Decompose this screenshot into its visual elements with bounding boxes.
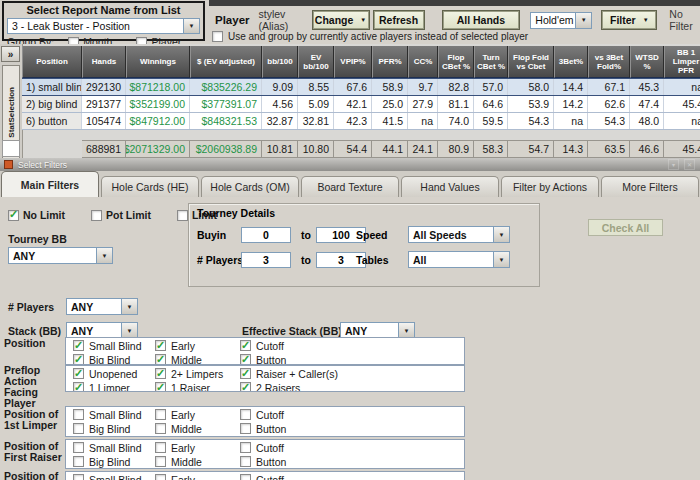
stat-selection-label: StatSelection: [7, 87, 16, 138]
chevron-down-icon[interactable]: ▼: [183, 19, 199, 33]
raiser-caller-s-checkbox[interactable]: Raiser + Caller(s): [240, 367, 464, 380]
pot-limit-checkbox[interactable]: Pot Limit: [91, 209, 151, 221]
no-limit-label: No Limit: [23, 209, 65, 221]
column-header-pfr[interactable]: PFR%: [372, 46, 408, 78]
checkbox-row: Big BlindMiddleButton: [66, 421, 464, 435]
2-limpers-checkbox[interactable]: 2+ Limpers: [155, 367, 240, 380]
button-checkbox[interactable]: Button: [240, 455, 464, 468]
big-blind-checkbox[interactable]: Big Blind: [73, 353, 155, 365]
early-label: Early: [171, 474, 195, 480]
column-header-turn-cbet[interactable]: Turn CBet %: [474, 46, 508, 78]
column-header-winnings[interactable]: Winnings: [126, 46, 190, 78]
table-row[interactable]: 6) button105474$847912.00$848321.5332.87…: [22, 113, 700, 130]
chevron-down-icon[interactable]: ▼: [398, 323, 414, 338]
cutoff-checkbox[interactable]: Cutoff: [240, 339, 464, 352]
expand-columns-button[interactable]: »: [1, 46, 20, 62]
tab-filter-by-actions[interactable]: Filter by Actions: [501, 176, 599, 197]
filter-button[interactable]: Filter▼: [601, 10, 657, 30]
1-limper-checkbox[interactable]: 1 Limper: [73, 381, 155, 392]
game-type-dropdown[interactable]: Hold'em ▼: [530, 12, 592, 29]
big-blind-checkbox[interactable]: Big Blind: [73, 455, 155, 468]
small-blind-checkbox[interactable]: Small Blind: [73, 339, 155, 352]
chevron-down-icon[interactable]: ▼: [121, 323, 137, 338]
check-all-button[interactable]: Check All: [588, 219, 663, 236]
cutoff-checkbox[interactable]: Cutoff: [240, 441, 464, 454]
report-name-dropdown[interactable]: 3 - Leak Buster - Position ▼: [7, 18, 200, 34]
stats-table-area: » StatSelection PositionHandsWinnings$ (…: [0, 44, 700, 158]
column-header-flop-fold-vs-cbet[interactable]: Flop Fold vs Cbet: [508, 46, 554, 78]
close-icon[interactable]: ✕: [684, 159, 695, 170]
use-active-players-row[interactable]: Use and group by currently active player…: [212, 31, 528, 42]
column-header-wtsd[interactable]: WTSD %: [630, 46, 664, 78]
cutoff-checkbox[interactable]: Cutoff: [240, 408, 464, 421]
small-blind-checkbox[interactable]: Small Blind: [73, 408, 155, 421]
early-checkbox[interactable]: Early: [155, 408, 240, 421]
middle-checkbox[interactable]: Middle: [155, 422, 240, 435]
refresh-button[interactable]: Refresh: [373, 10, 425, 30]
tab-board-texture[interactable]: Board Texture: [301, 176, 399, 197]
filters-window-titlebar[interactable]: Select Filters ▾ ✕: [0, 158, 700, 171]
column-header-ev-adjusted[interactable]: $ (EV adjusted): [190, 46, 262, 78]
early-checkbox[interactable]: Early: [155, 473, 240, 480]
stack-bb-label: Stack (BB): [8, 325, 61, 337]
chevron-down-icon[interactable]: ▼: [493, 252, 509, 267]
2-raisers-checkbox[interactable]: 2 Raisers: [240, 381, 464, 392]
collapse-icon[interactable]: ▾: [668, 159, 679, 170]
tables-value: All: [409, 254, 493, 266]
tab-hole-cards-he[interactable]: Hole Cards (HE): [101, 176, 199, 197]
change-player-button[interactable]: Change▼: [312, 10, 370, 30]
early-checkbox[interactable]: Early: [155, 339, 240, 352]
table-cell: 45.3: [630, 79, 664, 95]
tab-main-filters[interactable]: Main Filters: [1, 171, 99, 197]
table-cell: $377391.07: [190, 96, 262, 112]
speed-dropdown[interactable]: All Speeds ▼: [408, 226, 510, 243]
1-raiser-checkbox[interactable]: 1 Raiser: [155, 381, 240, 392]
checkbox-icon[interactable]: [212, 31, 223, 42]
column-header-cc[interactable]: CC%: [408, 46, 438, 78]
chevron-down-icon[interactable]: ▼: [96, 248, 112, 263]
table-row[interactable]: 1) small blind292130$871218.00$835226.29…: [22, 78, 700, 96]
table-cell: $848321.53: [190, 113, 262, 129]
column-header-vs-3bet-fold[interactable]: vs 3Bet Fold%: [588, 46, 630, 78]
buyin-from-input[interactable]: [241, 227, 291, 243]
tab-hand-values[interactable]: Hand Values: [401, 176, 499, 197]
unopened-checkbox[interactable]: Unopened: [73, 367, 155, 380]
column-header-vpip[interactable]: VPIP%: [334, 46, 372, 78]
tab-more-filters[interactable]: More Filters: [601, 176, 699, 197]
small-blind-checkbox[interactable]: Small Blind: [73, 473, 155, 480]
chevron-down-icon[interactable]: ▼: [493, 227, 509, 242]
tourney-details-title: Tourney Details: [197, 207, 275, 219]
tab-hole-cards-om[interactable]: Hole Cards (OM): [201, 176, 299, 197]
middle-checkbox[interactable]: Middle: [155, 353, 240, 365]
column-header-hands[interactable]: Hands: [82, 46, 126, 78]
tables-dropdown[interactable]: All ▼: [408, 251, 510, 268]
table-row[interactable]: 2) big blind291377$352199.00$377391.074.…: [22, 96, 700, 113]
num-players-dropdown[interactable]: ANY ▼: [66, 298, 138, 315]
big-blind-checkbox[interactable]: Big Blind: [73, 422, 155, 435]
button-checkbox[interactable]: Button: [240, 353, 464, 365]
column-header-ev-bb-100[interactable]: EV bb/100: [298, 46, 334, 78]
column-header-bb-1-limper-pfr[interactable]: BB 1 Limper PFR: [664, 46, 700, 78]
cutoff-checkbox[interactable]: Cutoff: [240, 473, 464, 480]
button-checkbox[interactable]: Button: [240, 422, 464, 435]
checkbox-icon: [73, 409, 84, 420]
small-blind-checkbox[interactable]: Small Blind: [73, 441, 155, 454]
use-active-players-label: Use and group by currently active player…: [228, 31, 528, 42]
column-header-3bet[interactable]: 3Bet%: [554, 46, 588, 78]
column-header-bb-100[interactable]: bb/100: [262, 46, 298, 78]
player-label: Player: [215, 14, 250, 26]
all-hands-button[interactable]: All Hands: [442, 10, 521, 30]
early-checkbox[interactable]: Early: [155, 441, 240, 454]
middle-checkbox[interactable]: Middle: [155, 455, 240, 468]
table-cell: 2) big blind: [22, 96, 82, 112]
totals-cell: $2071329.00: [126, 140, 190, 158]
column-header-flop-cbet[interactable]: Flop CBet %: [438, 46, 474, 78]
active-filter-status: No Filter: [669, 8, 698, 32]
column-header-position[interactable]: Position: [22, 46, 82, 78]
players-from-input[interactable]: [241, 252, 291, 268]
chevron-down-icon[interactable]: ▼: [575, 13, 591, 28]
no-limit-checkbox[interactable]: No Limit: [8, 209, 65, 221]
table-cell: 4.56: [262, 96, 298, 112]
tourney-bb-dropdown[interactable]: ANY ▼: [8, 247, 113, 264]
chevron-down-icon[interactable]: ▼: [121, 299, 137, 314]
